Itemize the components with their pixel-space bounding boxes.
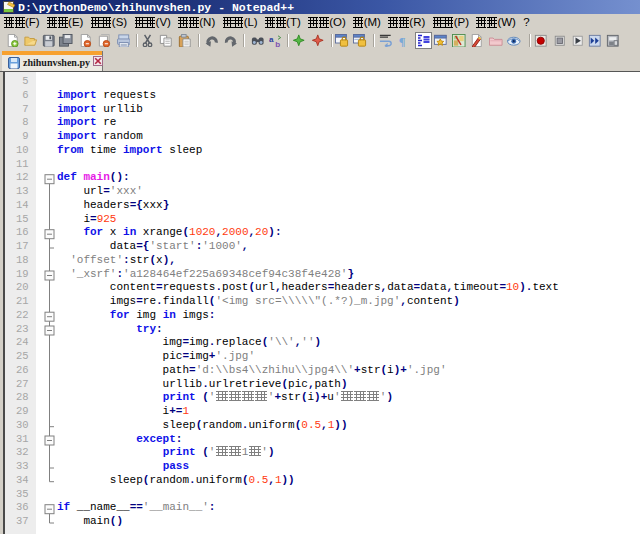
svg-text:¶: ¶ xyxy=(399,34,406,47)
svg-text:a: a xyxy=(269,35,274,44)
svg-text:b: b xyxy=(276,39,281,47)
